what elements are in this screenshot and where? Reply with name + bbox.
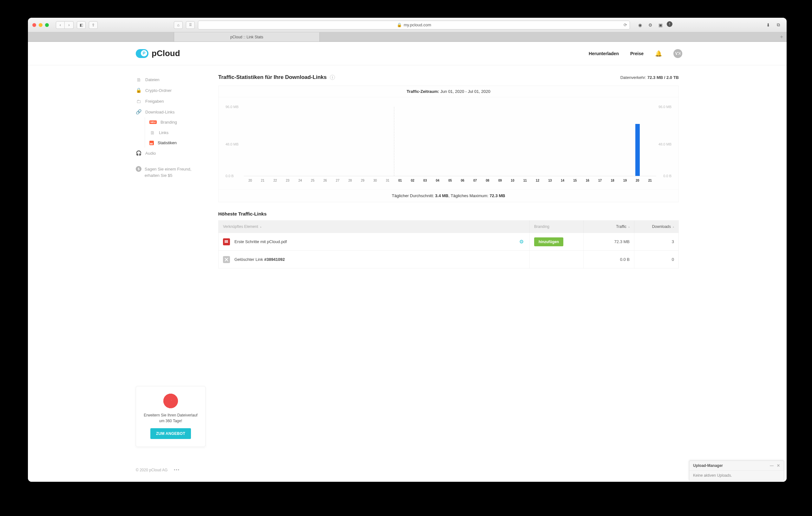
tabs-overview-icon[interactable]: ⧉ [775,21,782,29]
max-label: Tägliches Maximum: [451,193,489,198]
downloads-icon[interactable]: ⬇ [764,21,772,29]
upload-manager: Upload-Manager — ✕ Keine aktiven Uploads… [689,460,784,481]
ext-icon-4[interactable]: ! [667,21,672,27]
url-host: my.pcloud.com [404,23,431,27]
zoom-window-icon[interactable] [45,23,49,27]
add-branding-button[interactable]: hinzufügen [534,237,563,246]
col-traffic[interactable]: Traffic▴ [583,221,634,233]
nav-download[interactable]: Herunterladen [589,51,619,56]
sidebar-label: Download-Links [145,110,175,114]
referral-text-2: erhalten Sie $5 [145,173,172,178]
sidebar-sub-stats[interactable]: Statistiken [145,138,212,148]
sidebar-label: Freigaben [145,99,164,104]
top-links-heading: Höheste Traffic-Links [218,211,679,216]
new-badge: NEU [149,120,157,124]
table-row[interactable]: Erste Schritte mit pCloud.pdf ⚙ hinzufüg… [219,233,678,250]
share-button[interactable]: ⇪ [89,21,98,29]
referral-banner[interactable]: $ Sagen Sie einem Freund, erhalten Sie $… [136,166,212,178]
notifications-icon[interactable]: 🔔 [655,50,662,57]
link-name: Erste Schritte mit pCloud.pdf [234,239,287,244]
reload-icon[interactable]: ⟳ [624,23,627,27]
minimize-window-icon[interactable] [39,23,42,27]
col-branding[interactable]: Branding [529,221,583,233]
copyright: © 2020 pCloud AG [136,468,168,472]
home-button[interactable]: ⌂ [174,21,183,29]
app-header: pCloud Herunterladen Preise 🔔 VH ▾ [28,42,787,65]
promo-text: Erweitern Sie Ihren Dateiverlauf um 360 … [142,412,200,424]
downloads-cell: 0 [634,251,678,268]
footer-menu-icon[interactable]: ••• [174,468,180,472]
pdf-icon [223,238,230,245]
folder-share-icon: 🗀 [136,98,142,104]
avg-label: Täglicher Durchschnitt: [392,193,434,198]
sort-asc-icon: ▴ [628,225,630,228]
forward-button[interactable]: › [65,21,74,29]
col-item[interactable]: Verknüpftes Element▴ [219,221,529,233]
doc-icon: 🗎 [149,130,155,135]
pcloud-logo-icon [136,49,148,58]
traffic-cell: 0.0 B [583,251,634,268]
sidebar-label: Crypto-Ordner [145,88,172,93]
ext-icon-3[interactable]: ▣ [657,21,664,29]
browser-tab[interactable]: pCloud :: Link Stats [174,32,320,41]
page-footer: © 2020 pCloud AG ••• [136,468,180,472]
col-downloads[interactable]: Downloads▴ [634,221,678,233]
lock-icon: 🔒 [136,88,142,93]
chart-area: 96.0 MB96.0 MB48.0 MB48.0 MB0.0 B0.0 B20… [219,97,678,189]
ext-icon-1[interactable]: ◉ [636,21,644,29]
sort-asc-icon: ▴ [260,225,261,228]
sidebar-label: Statistiken [157,141,177,145]
link-icon: 🔗 [136,109,142,115]
minimize-icon[interactable]: — [770,463,774,468]
sidebar-sub-branding[interactable]: NEU Branding [145,117,212,127]
deleted-icon [223,256,230,263]
sidebar-label: Audio [145,151,156,156]
sidebar-label: Dateien [145,77,160,82]
max-value: 72.3 MB [490,193,505,198]
sidebar-item-audio[interactable]: 🎧 Audio [136,148,212,158]
app-page: pCloud Herunterladen Preise 🔔 VH ▾ 🗎 Dat… [28,42,787,482]
traffic-summary: Datenverkehr: 72.3 MB / 2.0 TB [620,75,679,80]
nav-back-forward: ‹ › [56,21,74,29]
nav-prices[interactable]: Preise [630,51,644,56]
close-window-icon[interactable] [32,23,36,27]
dollar-icon: $ [136,166,142,172]
ext-icon-2[interactable]: ⚙ [646,21,654,29]
sidebar-item-download-links[interactable]: 🔗 Download-Links [136,107,212,117]
link-name: Gelöschter Link #38941092 [234,257,285,262]
sidebar-sub-links[interactable]: 🗎 Links [145,127,212,138]
page-title: Traffic-Statistiken für Ihre Download-Li… [218,74,335,81]
stats-icon [149,141,154,145]
tab-strip: pCloud :: Link Stats ＋ [28,32,787,42]
window-controls [32,23,49,27]
period-label: Traffic-Zeitraum: [407,89,439,94]
apps-grid-button[interactable]: ⠿ [186,21,195,29]
sidebar-item-crypto[interactable]: 🔒 Crypto-Ordner [136,85,212,96]
gear-icon[interactable]: ⚙ [519,239,524,245]
chart-period[interactable]: Traffic-Zeitraum: Jun 01, 2020 - Jul 01,… [219,86,678,97]
downloads-cell: 3 [634,233,678,250]
main-content: Traffic-Statistiken für Ihre Download-Li… [218,74,787,482]
table-row[interactable]: Gelöschter Link #38941092 0.0 B 0 [219,250,678,268]
avg-value: 3.4 MB [435,193,448,198]
address-bar[interactable]: 🔒 my.pcloud.com ⟳ [198,21,630,29]
table-header: Verknüpftes Element▴ Branding Traffic▴ D… [219,221,678,233]
sidebar-item-shares[interactable]: 🗀 Freigaben [136,96,212,107]
period-value: Jun 01, 2020 - Jul 01, 2020 [440,89,490,94]
traffic-cell: 72.3 MB [583,233,634,250]
promo-card: % Erweitern Sie Ihren Dateiverlauf um 36… [136,386,206,447]
file-icon: 🗎 [136,77,142,83]
promo-cta-button[interactable]: ZUM ANGEBOT [150,428,191,439]
back-button[interactable]: ‹ [56,21,65,29]
safari-toolbar: ‹ › ◧ ⇪ ⌂ ⠿ 🔒 my.pcloud.com ⟳ ◉ ⚙ ▣ ! ⬇ … [28,18,787,32]
new-tab-button[interactable]: ＋ [779,34,784,40]
brand-logo[interactable]: pCloud [136,49,180,58]
close-icon[interactable]: ✕ [777,463,780,468]
percent-badge-icon: % [164,394,178,408]
chevron-down-icon[interactable]: ▾ [677,52,679,55]
upload-manager-status: Keine aktiven Uploads. [689,471,784,480]
referral-text-1: Sagen Sie einem Freund, [145,167,191,172]
sidebar-item-files[interactable]: 🗎 Dateien [136,74,212,85]
info-icon[interactable]: i [330,75,335,80]
sidebar-toggle-button[interactable]: ◧ [77,21,86,29]
